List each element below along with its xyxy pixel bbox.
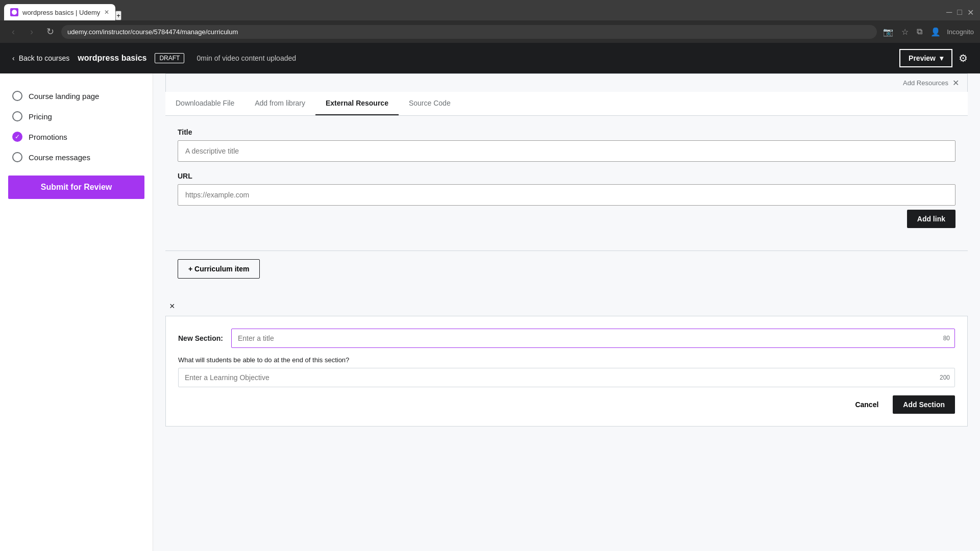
title-label: Title	[178, 128, 955, 136]
browser-tab[interactable]: wordpress basics | Udemy ✕	[4, 4, 115, 20]
star-icon[interactable]: ☆	[899, 25, 911, 39]
sidebar: Course landing page Pricing Promotions C…	[0, 73, 153, 551]
learning-obj-group: What will students be able to do at the …	[178, 356, 955, 387]
main-content: Add Resources ✕ Downloadable File Add fr…	[153, 73, 980, 551]
close-window-button[interactable]: ✕	[965, 6, 976, 19]
draft-badge: DRAFT	[155, 53, 184, 63]
add-resources-header: Add Resources ✕	[165, 73, 968, 92]
sidebar-label-course-messages: Course messages	[29, 153, 90, 162]
curriculum-item-button[interactable]: + Curriculum item	[178, 259, 260, 279]
radio-promotions	[12, 132, 22, 142]
tab-title: wordpress basics | Udemy	[22, 9, 100, 16]
resource-tabs: Downloadable File Add from library Exter…	[165, 92, 968, 116]
curriculum-item-row: + Curriculum item	[165, 251, 968, 287]
url-group: URL Add link	[178, 172, 955, 228]
minimize-button[interactable]: ─	[944, 6, 954, 19]
url-label: URL	[178, 172, 955, 180]
sidebar-item-pricing[interactable]: Pricing	[8, 106, 144, 127]
favicon-icon	[10, 8, 18, 16]
back-to-courses-label: Back to courses	[19, 54, 70, 62]
profile-icon[interactable]: 👤	[928, 25, 943, 39]
title-input[interactable]	[178, 140, 955, 162]
submit-for-review-button[interactable]: Submit for Review	[8, 176, 144, 199]
preview-button[interactable]: Preview ▾	[899, 49, 952, 67]
course-title: wordpress basics	[78, 54, 146, 63]
tab-downloadable-file[interactable]: Downloadable File	[165, 92, 244, 115]
new-section-label: New Section:	[178, 334, 223, 342]
forward-button[interactable]: ›	[24, 24, 39, 39]
sidebar-label-course-landing-page: Course landing page	[29, 92, 99, 101]
app-header: ‹ Back to courses wordpress basics DRAFT…	[0, 43, 980, 73]
radio-course-landing-page	[12, 91, 22, 101]
sidebar-item-promotions[interactable]: Promotions	[8, 127, 144, 147]
url-input[interactable]	[178, 184, 955, 206]
tab-external-resource[interactable]: External Resource	[315, 92, 399, 115]
learning-obj-input[interactable]	[178, 368, 955, 387]
sidebar-label-pricing: Pricing	[29, 112, 52, 121]
incognito-label: Incognito	[947, 28, 974, 36]
tab-close-icon[interactable]: ✕	[104, 9, 109, 16]
back-arrow-icon: ‹	[12, 54, 15, 62]
address-bar[interactable]	[61, 25, 877, 39]
radio-pricing	[12, 111, 22, 121]
resource-form-area: Title URL Add link	[165, 116, 968, 251]
header-right: Preview ▾ ⚙	[899, 49, 968, 67]
add-resources-close-button[interactable]: ✕	[952, 78, 959, 88]
section-actions: Cancel Add Section	[178, 395, 955, 414]
new-section-input-wrapper: 80	[231, 329, 955, 348]
tab-source-code[interactable]: Source Code	[399, 92, 461, 115]
new-section-close-button[interactable]: ×	[165, 299, 179, 314]
new-section-box: New Section: 80 What will students be ab…	[165, 316, 968, 427]
settings-button[interactable]: ⚙	[959, 52, 968, 64]
svg-point-0	[12, 10, 17, 15]
learning-obj-question: What will students be able to do at the …	[178, 356, 955, 364]
new-tab-button[interactable]: +	[115, 11, 121, 20]
new-section-title-row: New Section: 80	[178, 329, 955, 348]
title-char-count: 80	[943, 335, 950, 342]
radio-course-messages	[12, 152, 22, 162]
camera-icon[interactable]: 📷	[881, 25, 895, 39]
add-link-button[interactable]: Add link	[907, 210, 955, 228]
learning-obj-wrapper: 200	[178, 368, 955, 387]
cancel-button[interactable]: Cancel	[847, 396, 887, 413]
app-body: Course landing page Pricing Promotions C…	[0, 73, 980, 551]
video-info: 0min of video content uploaded	[197, 54, 296, 62]
new-section-wrapper: × New Section: 80 What will students be …	[165, 299, 968, 427]
sidebar-item-course-messages[interactable]: Course messages	[8, 147, 144, 167]
add-section-button[interactable]: Add Section	[893, 395, 955, 414]
back-button[interactable]: ‹	[6, 24, 20, 39]
sidebar-item-course-landing-page[interactable]: Course landing page	[8, 86, 144, 106]
learning-obj-char-count: 200	[940, 374, 950, 381]
restore-button[interactable]: □	[955, 6, 964, 19]
title-group: Title	[178, 128, 955, 162]
back-to-courses-link[interactable]: ‹ Back to courses	[12, 54, 69, 62]
add-resources-label: Add Resources	[903, 79, 948, 87]
tab-add-from-library[interactable]: Add from library	[244, 92, 315, 115]
sidebar-toggle-icon[interactable]: ⧉	[915, 25, 924, 38]
resource-panel-wrapper: Add Resources ✕ Downloadable File Add fr…	[165, 73, 968, 287]
refresh-button[interactable]: ↻	[43, 24, 57, 39]
add-link-row: Add link	[178, 206, 955, 228]
new-section-title-input[interactable]	[231, 329, 955, 348]
sidebar-label-promotions: Promotions	[29, 133, 67, 141]
